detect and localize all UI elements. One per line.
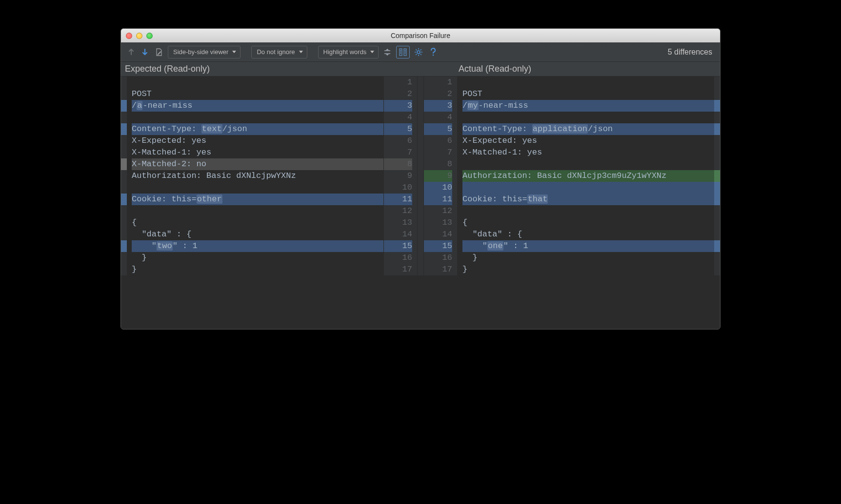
next-diff-button[interactable]	[140, 47, 150, 58]
code-line: /my-near-miss	[462, 100, 714, 112]
line-number: 6	[424, 135, 452, 147]
line-number: 15	[384, 240, 412, 252]
line-number: 1	[384, 77, 412, 88]
right-line-numbers: 1234567891011121314151617	[423, 77, 458, 275]
code-line: X-Expected: yes	[462, 135, 714, 147]
line-number: 16	[384, 252, 412, 264]
left-code[interactable]: POST/a-near-missContent-Type: text/jsonX…	[127, 77, 383, 275]
diff-marker	[121, 264, 127, 275]
view-mode-dropdown[interactable]: Side-by-side viewer	[168, 46, 240, 58]
diff-marker	[714, 135, 720, 147]
code-line	[462, 77, 714, 88]
code-line: Cookie: this=that	[462, 194, 714, 205]
diff-marker	[714, 123, 720, 135]
code-line	[462, 182, 714, 194]
line-number: 3	[424, 100, 452, 112]
diff-marker	[121, 100, 127, 112]
chevron-down-icon	[299, 51, 303, 53]
code-line: {	[462, 217, 714, 229]
line-number: 10	[384, 182, 412, 194]
line-number: 14	[424, 229, 452, 240]
line-number: 15	[424, 240, 452, 252]
diff-marker	[714, 229, 720, 240]
settings-icon[interactable]	[413, 46, 424, 58]
prev-diff-button[interactable]	[126, 47, 137, 58]
diff-marker	[121, 77, 127, 88]
code-line	[132, 77, 383, 88]
left-marker-gutter	[121, 77, 127, 275]
code-line	[462, 158, 714, 170]
line-number: 7	[384, 147, 412, 158]
line-number: 13	[384, 217, 412, 229]
code-line: Content-Type: application/json	[462, 123, 714, 135]
diff-marker	[121, 252, 127, 264]
ignore-dropdown[interactable]: Do not ignore	[251, 46, 307, 58]
left-line-numbers: 1234567891011121314151617	[383, 77, 418, 275]
line-number: 1	[424, 77, 452, 88]
line-number: 8	[424, 158, 452, 170]
right-marker-gutter	[714, 77, 720, 275]
code-line: }	[132, 264, 383, 275]
code-line: X-Expected: yes	[132, 135, 383, 147]
code-line: X-Matched-1: yes	[132, 147, 383, 158]
titlebar: Comparison Failure	[121, 29, 720, 42]
diff-marker	[121, 229, 127, 240]
line-number: 5	[384, 123, 412, 135]
code-line: "one" : 1	[462, 240, 714, 252]
diff-marker	[121, 194, 127, 205]
code-line: /a-near-miss	[132, 100, 383, 112]
code-line	[462, 112, 714, 123]
diff-marker	[121, 170, 127, 182]
line-number: 9	[424, 170, 452, 182]
line-number: 17	[424, 264, 452, 275]
left-pane-title: Expected (Read-only)	[121, 64, 386, 74]
code-line: Authorization: Basic dXNlcjpwYXNz	[132, 170, 383, 182]
line-number: 4	[424, 112, 452, 123]
pane-headers: Expected (Read-only) Actual (Read-only)	[121, 62, 720, 77]
line-number: 12	[384, 205, 412, 217]
code-line: {	[132, 217, 383, 229]
chevron-down-icon	[232, 51, 236, 53]
diff-marker	[121, 112, 127, 123]
line-number: 8	[384, 158, 412, 170]
diff-marker	[714, 182, 720, 194]
code-line: POST	[132, 88, 383, 100]
diff-marker	[121, 123, 127, 135]
line-number: 3	[384, 100, 412, 112]
diff-marker	[121, 135, 127, 147]
code-line: Content-Type: text/json	[132, 123, 383, 135]
diff-marker	[121, 205, 127, 217]
line-number: 11	[424, 194, 452, 205]
line-number: 9	[384, 170, 412, 182]
diff-marker	[121, 158, 127, 170]
diff-marker	[714, 194, 720, 205]
diff-marker	[121, 240, 127, 252]
code-line	[462, 205, 714, 217]
right-code[interactable]: POST/my-near-missContent-Type: applicati…	[458, 77, 714, 275]
line-number: 6	[384, 135, 412, 147]
toolbar: Side-by-side viewer Do not ignore Highli…	[121, 42, 720, 62]
help-icon[interactable]	[427, 46, 439, 58]
diff-marker	[714, 240, 720, 252]
code-line: }	[132, 252, 383, 264]
diff-marker	[714, 252, 720, 264]
collapse-unchanged-icon[interactable]	[381, 46, 393, 58]
highlight-dropdown[interactable]: Highlight words	[318, 46, 379, 58]
diff-marker	[714, 100, 720, 112]
edit-file-icon[interactable]	[153, 46, 165, 58]
code-line: X-Matched-2: no	[132, 158, 383, 170]
chevron-down-icon	[370, 51, 374, 53]
diff-window: Comparison Failure Side-by-side viewer D…	[120, 28, 721, 330]
diff-body: POST/a-near-missContent-Type: text/jsonX…	[121, 77, 720, 329]
line-number: 13	[424, 217, 452, 229]
diff-marker	[714, 112, 720, 123]
diff-marker	[121, 217, 127, 229]
line-number: 17	[384, 264, 412, 275]
svg-point-3	[433, 54, 434, 56]
diff-marker	[714, 264, 720, 275]
sync-scroll-toggle[interactable]	[396, 46, 410, 58]
diff-marker	[714, 147, 720, 158]
line-number: 12	[424, 205, 452, 217]
line-number: 10	[424, 182, 452, 194]
diff-marker	[714, 205, 720, 217]
